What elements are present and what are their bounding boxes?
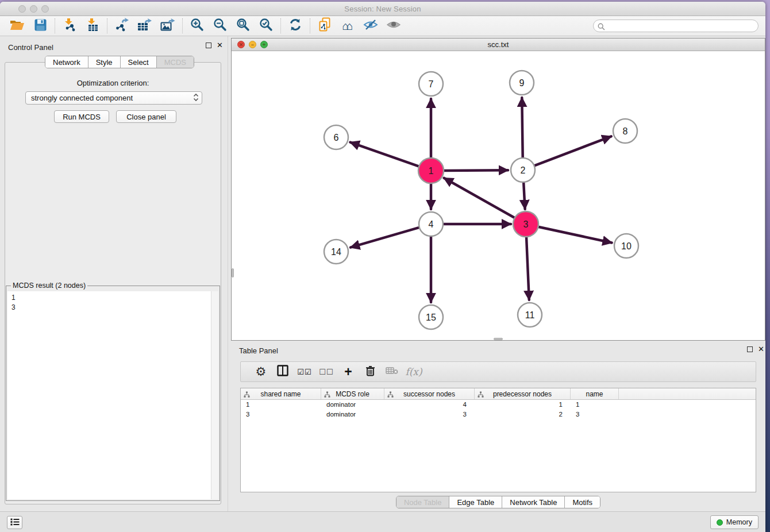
zoom-out-button[interactable] (209, 18, 232, 34)
close-panel-icon[interactable]: ✕ (217, 43, 223, 48)
split-columns-button[interactable] (272, 364, 294, 380)
table-cell[interactable]: 2 (475, 410, 571, 419)
search-input[interactable] (593, 20, 759, 32)
tab-style[interactable]: Style (88, 56, 120, 68)
graph-node-14[interactable]: 14 (324, 240, 348, 264)
selected-option-label: strongly connected component (31, 94, 192, 102)
graph-edge-3-1[interactable] (444, 178, 515, 218)
search-field-wrap (593, 20, 759, 32)
zoom-out-icon (213, 18, 227, 34)
graph-node-11[interactable]: 11 (518, 303, 542, 327)
duplicate-network-button[interactable] (313, 18, 336, 34)
table-row[interactable]: 1dominator411 (241, 400, 756, 410)
graph-node-8[interactable]: 8 (613, 119, 637, 143)
optimization-criterion-select[interactable]: strongly connected component (25, 91, 202, 105)
main-toolbar: ⌂⌂ (0, 16, 765, 36)
close-panel-button[interactable]: Close panel (116, 110, 176, 123)
table-cell[interactable]: dominator (321, 410, 384, 419)
window-titlebar[interactable]: Session: New Session (0, 2, 765, 16)
open-session-button[interactable] (6, 18, 29, 34)
memory-button[interactable]: Memory (710, 515, 759, 529)
column-header-successor-nodes[interactable]: successor nodes (384, 388, 475, 399)
eye-slash-icon (363, 19, 378, 33)
table-cell[interactable]: 3 (384, 410, 475, 419)
table-cell[interactable]: 3 (241, 410, 321, 419)
graph-node-4[interactable]: 4 (419, 212, 443, 236)
tab-select[interactable]: Select (120, 56, 156, 68)
column-header-label: MCDS role (336, 390, 369, 398)
network-graph[interactable]: 7968124314101511 (232, 51, 765, 340)
function-builder-button[interactable]: f(x) (403, 364, 425, 380)
graph-edge-2-8[interactable] (535, 136, 611, 165)
graph-edge-3-11[interactable] (526, 237, 529, 300)
save-session-button[interactable] (29, 18, 52, 34)
horizontal-scrollbar-nub[interactable] (494, 338, 503, 340)
delete-row-button[interactable] (359, 364, 381, 380)
table-header-row: shared nameMCDS rolesuccessor nodesprede… (241, 388, 756, 400)
panel-splitter[interactable] (228, 36, 228, 511)
table-cell[interactable]: 4 (384, 400, 475, 410)
show-graphics-details-button[interactable] (382, 18, 405, 34)
graph-edge-2-3[interactable] (523, 183, 525, 209)
tab-mcds[interactable]: MCDS (156, 56, 194, 68)
table-cell[interactable]: dominator (321, 400, 384, 410)
zoom-fit-button[interactable] (232, 18, 255, 34)
graph-node-7[interactable]: 7 (419, 72, 443, 96)
graph-edge-3-10[interactable] (538, 227, 612, 243)
tab-edge-table[interactable]: Edge Table (449, 496, 502, 508)
table-cell[interactable]: 1 (475, 400, 571, 410)
graph-node-2[interactable]: 2 (511, 158, 535, 182)
hide-graphics-details-button[interactable] (359, 18, 382, 34)
run-mcds-button[interactable]: Run MCDS (54, 110, 109, 123)
float-panel-icon[interactable] (206, 43, 211, 48)
export-network-button[interactable] (110, 18, 133, 34)
column-header-predecessor-nodes[interactable]: predecessor nodes (475, 388, 571, 399)
add-row-button[interactable]: + (337, 364, 359, 380)
show-panels-button[interactable] (7, 516, 22, 529)
table-row[interactable]: 3dominator323 (241, 410, 756, 419)
zoom-in-icon (190, 18, 204, 34)
import-table-button[interactable] (81, 18, 104, 34)
refresh-view-button[interactable] (284, 18, 307, 34)
graph-edge-4-14[interactable] (351, 228, 419, 248)
tab-node-table[interactable]: Node Table (396, 496, 449, 508)
close-table-panel-icon[interactable]: ✕ (758, 346, 764, 352)
network-canvas[interactable]: 7968124314101511 (232, 51, 765, 340)
graph-node-3[interactable]: 3 (513, 211, 538, 237)
export-image-button[interactable] (156, 18, 179, 34)
import-network-button[interactable] (58, 18, 81, 34)
graph-node-6[interactable]: 6 (324, 125, 348, 149)
float-table-panel-icon[interactable] (747, 346, 753, 352)
table-cell[interactable]: 3 (571, 410, 619, 419)
table-panel-title: Table Panel (239, 345, 278, 356)
table-settings-button[interactable]: ⚙ (250, 364, 272, 380)
select-all-rows-button[interactable]: ☑☑ (294, 364, 315, 380)
graph-edge-2-9[interactable] (522, 98, 522, 157)
zoom-in-button[interactable] (186, 18, 209, 34)
result-scrollbar[interactable] (211, 291, 218, 499)
graph-node-10[interactable]: 10 (614, 234, 638, 258)
column-header-name[interactable]: name (571, 388, 619, 399)
tab-motifs[interactable]: Motifs (564, 496, 600, 508)
table-panel-tabs: Node TableEdge TableNetwork TableMotifs (396, 496, 600, 508)
tab-network[interactable]: Network (45, 56, 88, 68)
graph-edge-1-6[interactable] (351, 142, 419, 167)
mcds-result-list[interactable]: 13 (7, 291, 218, 499)
column-header-shared-name[interactable]: shared name (241, 388, 321, 399)
zoom-selected-button[interactable] (255, 18, 278, 34)
graph-node-15[interactable]: 15 (419, 305, 443, 329)
tab-network-table[interactable]: Network Table (502, 496, 564, 508)
column-header-MCDS-role[interactable]: MCDS role (321, 388, 384, 399)
graph-node-1[interactable]: 1 (418, 158, 444, 183)
home-layout-button[interactable]: ⌂⌂ (336, 18, 359, 34)
toolbar-separator (310, 18, 310, 33)
graph-node-9[interactable]: 9 (510, 71, 534, 95)
delete-table-button[interactable] (381, 364, 403, 380)
graph-edge-1-2[interactable] (444, 170, 508, 171)
network-window-titlebar[interactable]: ✕ − + scc.txt (232, 38, 765, 51)
export-table-button[interactable] (133, 18, 156, 34)
table-cell[interactable]: 1 (241, 400, 321, 410)
deselect-all-rows-button[interactable]: ☐☐ (315, 364, 337, 380)
vertical-scrollbar-nub[interactable] (232, 268, 234, 277)
table-cell[interactable]: 1 (571, 400, 619, 410)
